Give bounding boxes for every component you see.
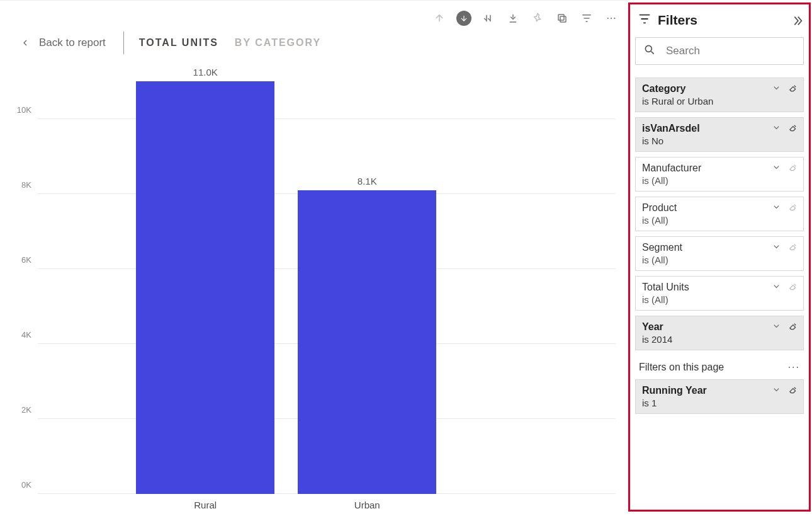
eraser-icon[interactable] xyxy=(789,123,798,135)
svg-point-2 xyxy=(607,18,609,19)
y-tick-label: 4K xyxy=(21,330,31,339)
breadcrumb-separator xyxy=(123,32,124,54)
eraser-icon[interactable] xyxy=(789,385,798,397)
filters-search-input[interactable] xyxy=(665,44,801,58)
y-tick-label: 8K xyxy=(21,180,31,189)
back-to-report-link[interactable]: Back to report xyxy=(39,37,106,49)
bar-slot: 8.1KUrban xyxy=(298,81,436,494)
filter-card-manufacturer[interactable]: Manufactureris (All) xyxy=(635,157,804,192)
eraser-icon[interactable] xyxy=(789,202,798,214)
svg-point-5 xyxy=(645,45,651,52)
filter-card-subtitle: is (All) xyxy=(642,215,797,226)
svg-rect-1 xyxy=(558,14,564,20)
bar-slot: 11.0KRural xyxy=(136,81,274,494)
chevron-down-icon[interactable] xyxy=(772,282,781,294)
filter-card-subtitle: is Rural or Urban xyxy=(642,96,797,106)
filter-card-subtitle: is (All) xyxy=(642,294,797,305)
chevron-down-icon[interactable] xyxy=(772,202,781,214)
eraser-icon[interactable] xyxy=(789,282,798,294)
viz-toolbar xyxy=(432,11,619,26)
filter-card-product[interactable]: Productis (All) xyxy=(635,197,804,231)
pin-icon[interactable] xyxy=(530,11,545,26)
x-tick-label: Rural xyxy=(136,500,274,510)
chevron-down-icon[interactable] xyxy=(772,83,781,95)
collapse-panel-icon[interactable] xyxy=(790,14,803,26)
search-icon xyxy=(643,43,656,59)
eraser-icon[interactable] xyxy=(789,83,798,95)
filter-card-subtitle: is (All) xyxy=(642,175,797,186)
y-tick-label: 10K xyxy=(17,105,31,114)
chevron-down-icon[interactable] xyxy=(772,163,781,175)
filter-card-total-units[interactable]: Total Unitsis (All) xyxy=(635,276,804,311)
back-chevron-icon[interactable] xyxy=(18,35,33,50)
bar-urban[interactable] xyxy=(298,190,436,494)
svg-point-4 xyxy=(614,18,615,19)
eraser-icon[interactable] xyxy=(789,242,798,254)
filter-card-segment[interactable]: Segmentis (All) xyxy=(635,236,804,271)
y-tick-label: 2K xyxy=(21,404,31,414)
breadcrumb: Back to report TOTAL UNITSBY CATEGORY xyxy=(0,28,628,57)
more-icon[interactable] xyxy=(604,11,619,26)
eraser-icon[interactable] xyxy=(789,163,798,175)
filters-section-more-icon[interactable]: ··· xyxy=(788,362,800,373)
drill-up-icon[interactable] xyxy=(432,11,447,26)
filters-header-icon xyxy=(638,12,651,28)
filters-title: Filters xyxy=(658,13,784,28)
filters-search[interactable] xyxy=(635,37,804,65)
filter-card-running-year[interactable]: Running Yearis 1 xyxy=(635,379,804,414)
chevron-down-icon[interactable] xyxy=(772,123,781,135)
filters-panel: Filters Categoryis Rural or UrbanisVanAr… xyxy=(628,3,811,512)
svg-point-3 xyxy=(611,18,612,19)
filter-card-subtitle: is 1 xyxy=(642,398,797,408)
next-level-icon[interactable] xyxy=(481,11,496,26)
chevron-down-icon[interactable] xyxy=(772,385,781,397)
filter-card-isvanarsdel[interactable]: isVanArsdelis No xyxy=(635,117,804,152)
x-tick-label: Urban xyxy=(298,500,436,510)
y-tick-label: 6K xyxy=(21,255,31,264)
expand-level-icon[interactable] xyxy=(505,11,521,26)
filter-card-year[interactable]: Yearis 2014 xyxy=(635,316,804,350)
filter-card-category[interactable]: Categoryis Rural or Urban xyxy=(635,77,804,112)
tab-by-category[interactable]: BY CATEGORY xyxy=(235,37,321,49)
copy-icon[interactable] xyxy=(555,11,570,26)
svg-rect-0 xyxy=(560,16,566,22)
bar-chart: 0K2K4K6K8K10K 11.0KRural8.1KUrban xyxy=(6,64,622,513)
drill-down-icon[interactable] xyxy=(456,11,471,26)
filter-icon[interactable] xyxy=(579,11,594,26)
filter-card-subtitle: is (All) xyxy=(642,255,797,265)
filters-section-label: Filters on this page xyxy=(639,362,724,373)
tab-total-units[interactable]: TOTAL UNITS xyxy=(139,37,218,49)
y-tick-label: 0K xyxy=(21,480,31,490)
bar-rural[interactable] xyxy=(136,81,274,494)
chevron-down-icon[interactable] xyxy=(772,321,781,333)
filter-card-subtitle: is No xyxy=(642,135,797,146)
eraser-icon[interactable] xyxy=(789,321,798,333)
bar-value-label: 8.1K xyxy=(298,176,436,186)
chevron-down-icon[interactable] xyxy=(772,242,781,254)
filter-card-subtitle: is 2014 xyxy=(642,334,797,345)
bar-value-label: 11.0K xyxy=(136,67,274,77)
